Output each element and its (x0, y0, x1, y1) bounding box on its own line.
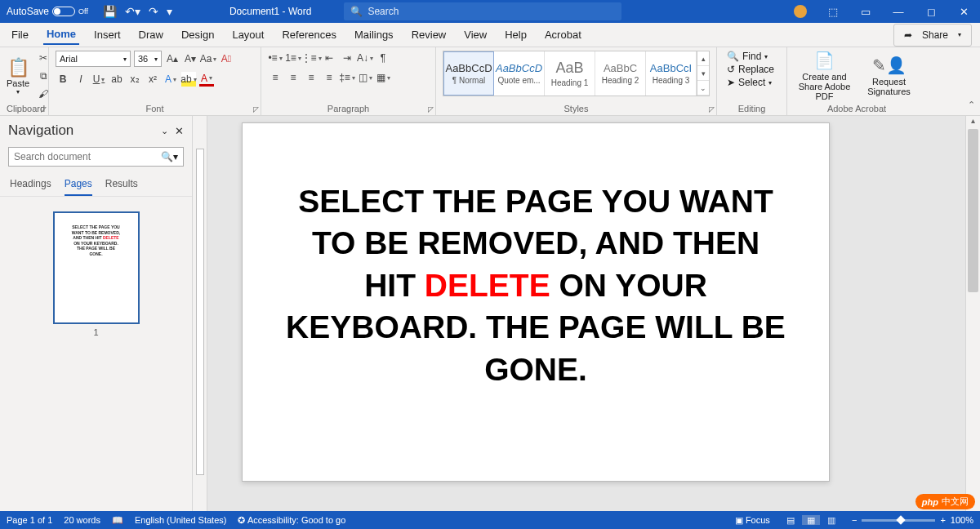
tab-view[interactable]: View (461, 25, 490, 44)
borders-icon[interactable]: ▦ (376, 70, 390, 85)
search-input[interactable] (368, 6, 615, 17)
search-box[interactable]: 🔍 (344, 2, 621, 20)
create-share-pdf-button[interactable]: 📄Create and Share Adobe PDF (794, 51, 855, 101)
qat-more-icon[interactable]: ▾ (167, 5, 172, 18)
close-icon[interactable]: ✕ (947, 6, 980, 18)
print-layout-icon[interactable]: ▦ (802, 515, 820, 525)
align-center-icon[interactable]: ≡ (286, 70, 301, 85)
tab-help[interactable]: Help (501, 25, 530, 44)
nav-tab-results[interactable]: Results (105, 173, 138, 196)
dialog-launcher-icon[interactable]: ◸ (41, 105, 47, 113)
request-signatures-button[interactable]: ✎👤Request Signatures (858, 56, 920, 96)
nav-search[interactable]: 🔍▾ (8, 147, 184, 167)
find-button[interactable]: 🔍Find▾ (724, 51, 780, 62)
style-normal[interactable]: AaBbCcD¶ Normal (443, 51, 494, 96)
user-avatar[interactable] (794, 5, 807, 18)
scroll-thumb[interactable] (968, 129, 978, 292)
select-button[interactable]: ➤Select▾ (724, 77, 780, 88)
close-pane-icon[interactable]: ✕ (175, 125, 184, 137)
font-size-select[interactable]: 36▾ (134, 51, 162, 67)
tab-file[interactable]: File (8, 25, 32, 44)
undo-icon[interactable]: ↶▾ (125, 5, 140, 18)
tab-mailings[interactable]: Mailings (351, 25, 397, 44)
scroll-up-icon[interactable]: ▴ (966, 116, 980, 129)
vertical-scrollbar[interactable]: ▴ ▾ (965, 116, 980, 511)
nav-tab-headings[interactable]: Headings (10, 173, 51, 196)
strikethrough-button[interactable]: ab (109, 72, 124, 87)
style-heading2[interactable]: AaBbCHeading 2 (595, 51, 646, 96)
sort-icon[interactable]: A↓ (358, 51, 372, 65)
status-words[interactable]: 20 words (64, 515, 100, 525)
ribbon-display-icon[interactable]: ⬚ (817, 6, 849, 18)
tab-home[interactable]: Home (43, 24, 79, 45)
read-mode-icon[interactable]: ▤ (782, 515, 800, 525)
increase-indent-icon[interactable]: ⇥ (340, 51, 354, 65)
page-thumbnail-1[interactable]: SELECT THE PAGE YOU WANT TO BE REMOVED, … (53, 211, 140, 324)
dialog-launcher-icon[interactable]: ◸ (253, 105, 259, 113)
styles-more[interactable]: ▴▾⌄ (697, 51, 709, 96)
focus-mode-button[interactable]: ▣ Focus (735, 515, 770, 526)
save-icon[interactable]: 💾 (103, 5, 117, 18)
text-effects-icon[interactable]: A (163, 72, 178, 87)
numbering-icon[interactable]: 1≡ (286, 51, 301, 65)
zoom-control[interactable]: − + 100% (852, 515, 973, 525)
highlight-icon[interactable]: ab (181, 72, 196, 87)
dialog-launcher-icon[interactable]: ◸ (428, 105, 434, 113)
page-1[interactable]: SELECT THE PAGE YOU WANT TO BE REMOVED, … (242, 122, 830, 482)
underline-button[interactable]: U (91, 72, 106, 87)
font-name-select[interactable]: Arial▾ (56, 51, 131, 67)
collapse-ribbon-icon[interactable]: ⌃ (968, 100, 975, 110)
shrink-font-icon[interactable]: A▾ (183, 51, 198, 66)
status-page[interactable]: Page 1 of 1 (7, 515, 52, 525)
document-area[interactable]: SELECT THE PAGE YOU WANT TO BE REMOVED, … (193, 116, 980, 511)
align-right-icon[interactable]: ≡ (304, 70, 318, 85)
web-layout-icon[interactable]: ▥ (822, 515, 840, 525)
clear-formatting-icon[interactable]: A⃠ (219, 51, 234, 66)
style-quote[interactable]: AaBbCcDQuote em... (494, 51, 545, 96)
zoom-slider[interactable] (862, 519, 935, 522)
tab-review[interactable]: Review (408, 25, 450, 44)
tab-acrobat[interactable]: Acrobat (541, 25, 585, 44)
dialog-launcher-icon[interactable]: ◸ (709, 105, 715, 113)
style-heading3[interactable]: AaBbCcIHeading 3 (646, 51, 697, 96)
spellcheck-icon[interactable]: 📖 (112, 515, 123, 526)
tab-draw[interactable]: Draw (136, 25, 167, 44)
multilevel-list-icon[interactable]: ⋮≡ (304, 51, 318, 65)
style-heading1[interactable]: AaBHeading 1 (545, 51, 595, 96)
styles-gallery[interactable]: AaBbCcD¶ Normal AaBbCcDQuote em... AaBHe… (443, 51, 710, 96)
tab-design[interactable]: Design (178, 25, 217, 44)
grow-font-icon[interactable]: A▴ (165, 51, 180, 66)
shading-icon[interactable]: ◫ (358, 70, 372, 85)
zoom-out-icon[interactable]: − (852, 515, 857, 525)
status-language[interactable]: English (United States) (135, 515, 227, 525)
bullets-icon[interactable]: •≡ (268, 51, 283, 65)
justify-icon[interactable]: ≡ (322, 70, 336, 85)
status-accessibility[interactable]: ✪ Accessibility: Good to go (238, 515, 345, 526)
maximize-icon[interactable]: ◻ (915, 6, 947, 18)
subscript-button[interactable]: x₂ (127, 72, 142, 87)
decrease-indent-icon[interactable]: ⇤ (322, 51, 336, 65)
align-left-icon[interactable]: ≡ (268, 70, 283, 85)
paste-button[interactable]: 📋 Paste ▾ (7, 57, 29, 96)
redo-icon[interactable]: ↷ (149, 5, 158, 18)
autosave-toggle[interactable]: AutoSave Off (0, 6, 95, 17)
show-marks-icon[interactable]: ¶ (376, 51, 390, 65)
tab-layout[interactable]: Layout (229, 25, 267, 44)
superscript-button[interactable]: x² (145, 72, 160, 87)
bold-button[interactable]: B (56, 72, 70, 87)
font-color-icon[interactable]: A (199, 72, 214, 87)
minimize-icon[interactable]: — (882, 6, 915, 18)
nav-search-input[interactable] (14, 151, 161, 162)
tab-insert[interactable]: Insert (91, 25, 124, 44)
change-case-icon[interactable]: Aa (201, 51, 216, 66)
share-button[interactable]: ➦ Share ▾ (893, 24, 972, 47)
tab-references[interactable]: References (278, 25, 339, 44)
italic-button[interactable]: I (74, 72, 88, 87)
document-text[interactable]: SELECT THE PAGE YOU WANT TO BE REMOVED, … (283, 180, 788, 390)
zoom-in-icon[interactable]: + (940, 515, 945, 525)
zoom-level[interactable]: 100% (951, 515, 973, 525)
nav-tab-pages[interactable]: Pages (65, 173, 92, 196)
line-spacing-icon[interactable]: ‡≡ (340, 70, 354, 85)
chevron-down-icon[interactable]: ⌄ (161, 126, 168, 136)
replace-button[interactable]: ↺Replace (724, 64, 780, 75)
